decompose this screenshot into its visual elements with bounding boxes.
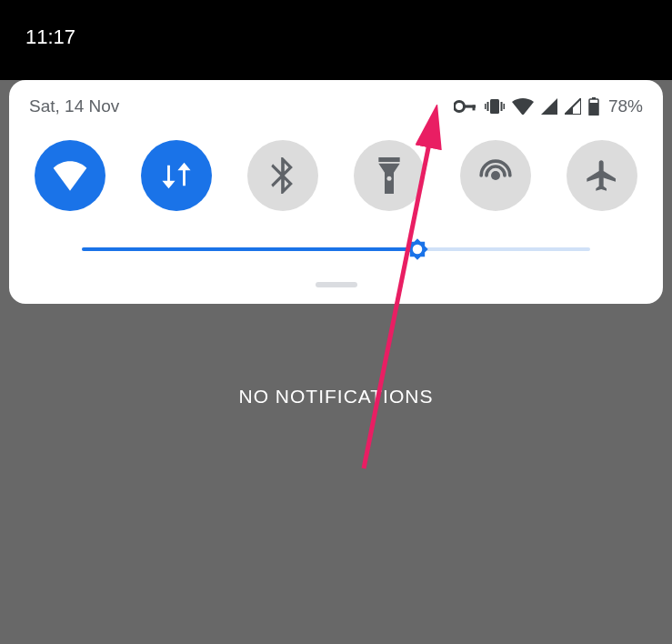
svg-rect-3 xyxy=(490,99,499,114)
status-icons-row: 78% xyxy=(454,96,643,116)
airplane-icon xyxy=(584,157,620,194)
airplane-mode-tile[interactable] xyxy=(567,140,637,211)
drag-handle[interactable] xyxy=(316,282,357,287)
data-arrows-icon xyxy=(161,160,192,191)
slider-track xyxy=(82,247,590,251)
no-notifications-label: NO NOTIFICATIONS xyxy=(0,386,672,408)
svg-rect-11 xyxy=(378,157,399,162)
flashlight-icon xyxy=(378,157,400,194)
date-label[interactable]: Sat, 14 Nov xyxy=(29,96,119,116)
bluetooth-tile[interactable] xyxy=(247,140,318,211)
svg-point-0 xyxy=(454,102,464,112)
quick-settings-panel: Sat, 14 Nov 78% xyxy=(9,80,663,304)
svg-rect-6 xyxy=(500,102,502,111)
svg-point-14 xyxy=(413,245,423,255)
svg-rect-4 xyxy=(486,102,488,111)
svg-rect-10 xyxy=(589,103,598,116)
wifi-icon xyxy=(52,160,88,191)
hotspot-tile[interactable] xyxy=(460,140,531,211)
wifi-tile[interactable] xyxy=(35,140,105,211)
brightness-slider[interactable] xyxy=(9,229,663,257)
svg-rect-2 xyxy=(472,105,475,110)
svg-rect-7 xyxy=(503,104,505,109)
bluetooth-icon xyxy=(270,157,296,194)
vpn-key-icon xyxy=(454,100,477,113)
brightness-thumb-icon[interactable] xyxy=(405,236,430,262)
mobile-data-tile[interactable] xyxy=(141,140,212,211)
cellular-signal-1-icon xyxy=(541,98,557,115)
svg-rect-5 xyxy=(485,104,486,109)
cellular-signal-2-icon xyxy=(565,98,581,115)
panel-header: Sat, 14 Nov 78% xyxy=(9,80,663,129)
vibrate-icon xyxy=(485,98,505,115)
svg-point-12 xyxy=(387,176,392,181)
quick-tiles-row xyxy=(9,129,663,229)
flashlight-tile[interactable] xyxy=(354,140,425,211)
slider-fill xyxy=(82,247,417,251)
battery-percent-label: 78% xyxy=(608,96,643,116)
hotspot-icon xyxy=(477,157,514,194)
svg-point-13 xyxy=(491,171,500,180)
wifi-signal-icon xyxy=(512,98,534,115)
battery-icon xyxy=(588,97,599,116)
status-time: 11:17 xyxy=(25,25,75,49)
